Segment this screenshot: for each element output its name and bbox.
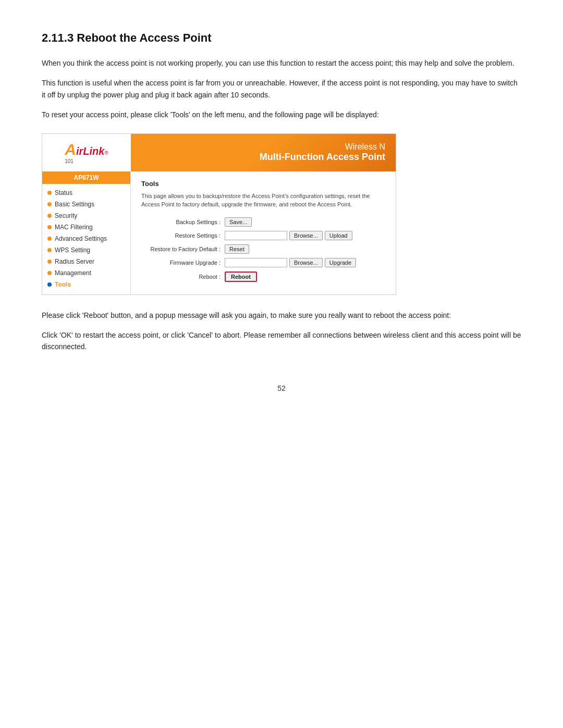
header-line2: Multi-Function Access Point [260, 152, 385, 163]
paragraph-2: This function is useful when the access … [42, 77, 521, 101]
save-button[interactable]: Save... [225, 217, 252, 227]
router-main-content: Tools This page allows you to backup/res… [131, 171, 396, 294]
sidebar-label-status: Status [55, 189, 72, 196]
nav-dot-basic [47, 202, 52, 206]
paragraph-1: When you think the access point is not w… [42, 57, 521, 69]
upgrade-button[interactable]: Upgrade [325, 258, 356, 267]
sidebar-label-security: Security [55, 212, 77, 219]
sidebar-label-advanced-settings: Advanced Settings [55, 235, 107, 242]
logo-irlink-text: irLink [76, 145, 104, 157]
paragraph-5: Click 'OK' to restart the access point, … [42, 329, 521, 353]
nav-dot-security [47, 214, 52, 218]
sidebar-item-advanced-settings[interactable]: Advanced Settings [42, 233, 130, 244]
router-body: AP671W Status Basic Settings Security MA… [42, 171, 396, 294]
sidebar-item-status[interactable]: Status [42, 187, 130, 199]
controls-firmware: Browse... Upgrade [225, 258, 356, 267]
paragraph-3: To reset your access point, please click… [42, 109, 521, 120]
logo-a-letter: A [65, 141, 76, 158]
upload-button[interactable]: Upload [325, 231, 352, 240]
page-number: 52 [42, 384, 521, 392]
restore-file-input[interactable] [225, 231, 287, 240]
sidebar-item-basic-settings[interactable]: Basic Settings [42, 199, 130, 210]
restore-browse-button[interactable]: Browse... [289, 231, 323, 240]
nav-dot-status [47, 191, 52, 195]
paragraph-4: Please click 'Reboot' button, and a popu… [42, 310, 521, 321]
router-logo: A irLink ® 101 [42, 134, 131, 171]
tools-form: Backup Settings : Save... Restore Settin… [141, 217, 385, 282]
logo-registered: ® [104, 150, 108, 156]
nav-dot-wps [47, 248, 52, 252]
reboot-button[interactable]: Reboot [225, 272, 257, 282]
form-row-factory-default: Restore to Factory Default : Reset [141, 244, 385, 254]
nav-dot-mac [47, 225, 52, 229]
controls-factory-default: Reset [225, 244, 249, 254]
nav-dot-advanced [47, 237, 52, 241]
sidebar-item-security[interactable]: Security [42, 210, 130, 221]
sidebar-label-tools: Tools [55, 281, 71, 288]
sidebar-item-management[interactable]: Management [42, 267, 130, 279]
router-header: A irLink ® 101 Wireless N Multi-Function… [42, 134, 396, 171]
sidebar-label-basic-settings: Basic Settings [55, 201, 94, 208]
nav-dot-tools [47, 282, 52, 287]
sidebar-label-mac-filtering: MAC Filtering [55, 224, 93, 231]
label-backup: Backup Settings : [141, 219, 225, 225]
form-row-firmware: Firmware Upgrade : Browse... Upgrade [141, 258, 385, 267]
section-title: 2.11.3 Reboot the Access Point [42, 31, 521, 45]
tools-description: This page allows you to backup/restore t… [141, 192, 385, 209]
header-line1: Wireless N [260, 142, 385, 152]
firmware-file-input[interactable] [225, 258, 287, 267]
form-row-backup: Backup Settings : Save... [141, 217, 385, 227]
sidebar-item-radius-server[interactable]: Radius Server [42, 256, 130, 267]
sidebar-item-tools[interactable]: Tools [42, 279, 130, 290]
router-header-text: Wireless N Multi-Function Access Point [260, 142, 396, 163]
sidebar-nav: Status Basic Settings Security MAC Filte… [42, 184, 130, 293]
nav-dot-radius [47, 260, 52, 264]
sidebar-label-radius-server: Radius Server [55, 258, 94, 265]
router-sidebar: AP671W Status Basic Settings Security MA… [42, 171, 131, 294]
label-factory-default: Restore to Factory Default : [141, 246, 225, 252]
controls-reboot: Reboot [225, 272, 257, 282]
form-row-reboot: Reboot : Reboot [141, 272, 385, 282]
label-reboot: Reboot : [141, 274, 225, 280]
label-firmware: Firmware Upgrade : [141, 260, 225, 266]
nav-dot-management [47, 271, 52, 275]
firmware-browse-button[interactable]: Browse... [289, 258, 323, 267]
sidebar-model: AP671W [42, 171, 130, 184]
controls-restore: Browse... Upload [225, 231, 352, 240]
controls-backup: Save... [225, 217, 252, 227]
form-row-restore: Restore Settings : Browse... Upload [141, 231, 385, 240]
sidebar-item-mac-filtering[interactable]: MAC Filtering [42, 221, 130, 233]
label-restore: Restore Settings : [141, 232, 225, 239]
tools-page-title: Tools [141, 180, 385, 188]
sidebar-item-wps-setting[interactable]: WPS Setting [42, 244, 130, 256]
reset-button[interactable]: Reset [225, 244, 249, 254]
router-ui-screenshot: A irLink ® 101 Wireless N Multi-Function… [42, 133, 396, 295]
sidebar-label-management: Management [55, 269, 91, 277]
sidebar-label-wps-setting: WPS Setting [55, 246, 90, 254]
logo-101: 101 [65, 158, 74, 164]
